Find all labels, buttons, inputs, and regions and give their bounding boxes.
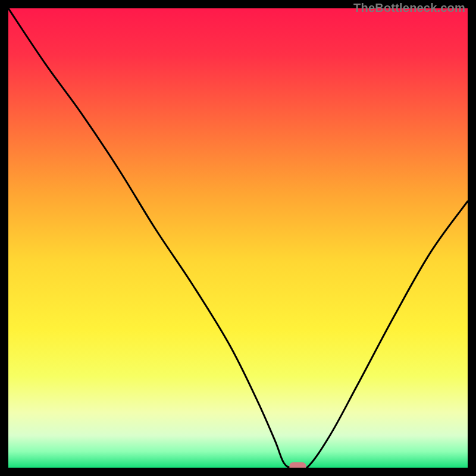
chart-background [8,8,468,468]
chart-frame [8,8,468,468]
chart-plot [8,8,468,468]
optimum-marker [289,462,306,468]
watermark-text: TheBottleneck.com [353,1,465,15]
